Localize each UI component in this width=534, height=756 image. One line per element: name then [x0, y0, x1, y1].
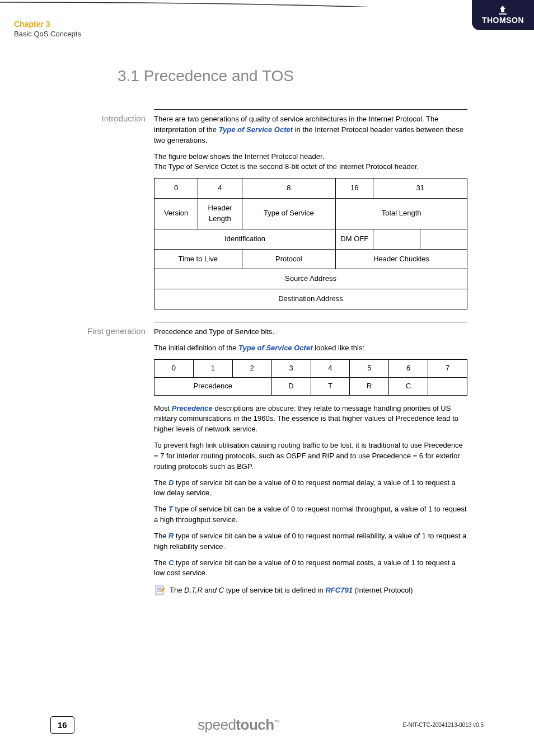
chapter-title: Chapter 3	[14, 20, 520, 29]
table-row: Destination Address	[154, 289, 467, 309]
top-curve	[0, 0, 534, 7]
table-row: 0 4 8 16 31	[154, 179, 467, 199]
chapter-subtitle: Basic QoS Concepts	[14, 30, 520, 38]
table-row: Precedence D T R C	[154, 377, 467, 395]
brand-text: THOMSON	[482, 16, 524, 25]
footer-logo: speedtouch™	[74, 716, 403, 734]
rfc791-link[interactable]: RFC791	[325, 586, 352, 594]
table-row: Version Header Length Type of Service To…	[154, 199, 467, 229]
footer-docid: E-NIT-CTC-20041213-0013 v0.5	[402, 722, 484, 728]
section-label-gen1: First generation	[0, 322, 154, 600]
note-text: The D,T,R and C type of service bit is d…	[170, 584, 413, 595]
tos-octet-link[interactable]: Type of Service Octet	[238, 344, 312, 352]
page-header: Chapter 3 Basic QoS Concepts	[14, 20, 520, 38]
rule	[154, 109, 467, 110]
table-row: Time to Live Protocol Header Chuckles	[154, 249, 467, 269]
tos-bits-table: 0 1 2 3 4 5 6 7 Precedence D T R C	[154, 359, 467, 396]
gen1-pC: The C type of service bit can be a value…	[154, 558, 467, 579]
gen1-p1: Precedence and Type of Service bits.	[154, 327, 467, 337]
note-icon	[154, 584, 170, 600]
gen1-pT: The T type of service bit can be a value…	[154, 504, 467, 525]
note: The D,T,R and C type of service bit is d…	[154, 584, 467, 600]
page-footer: 16 speedtouch™ E-NIT-CTC-20041213-0013 v…	[0, 716, 534, 734]
page-title: 3.1 Precedence and TOS	[118, 67, 294, 85]
ip-header-table: 0 4 8 16 31 Version Header Length Type o…	[154, 178, 467, 309]
table-row: 0 1 2 3 4 5 6 7	[154, 359, 467, 377]
page-number: 16	[50, 716, 74, 734]
section-first-generation: First generation Precedence and Type of …	[0, 322, 534, 600]
gen1-pR: The R type of service bit can be a value…	[154, 531, 467, 552]
tos-octet-link[interactable]: Type of Service Octet	[219, 125, 293, 134]
gen1-p4: To prevent high link utilisation causing…	[154, 440, 467, 472]
gen1-p3: Most Precedence descriptions are obscure…	[154, 403, 467, 435]
rule	[154, 322, 467, 322]
section-introduction: Introduction There are two generations o…	[0, 109, 534, 317]
intro-p1: There are two generations of quality of …	[154, 114, 467, 146]
section-body-intro: There are two generations of quality of …	[154, 109, 467, 317]
gen1-pD: The D type of service bit can be a value…	[154, 478, 467, 499]
section-body-gen1: Precedence and Type of Service bits. The…	[154, 322, 467, 600]
gen1-p2: The initial definition of the Type of Se…	[154, 343, 467, 354]
table-row: Source Address	[154, 269, 467, 289]
section-label-intro: Introduction	[0, 109, 154, 317]
brand-logo: THOMSON	[472, 0, 534, 30]
precedence-link[interactable]: Precedence	[172, 404, 213, 412]
brand-icon	[498, 6, 508, 15]
intro-p2: The figure below shows the Internet Prot…	[154, 152, 467, 173]
content: Introduction There are two generations o…	[0, 109, 534, 604]
table-row: Identification DM OFF	[154, 229, 467, 249]
